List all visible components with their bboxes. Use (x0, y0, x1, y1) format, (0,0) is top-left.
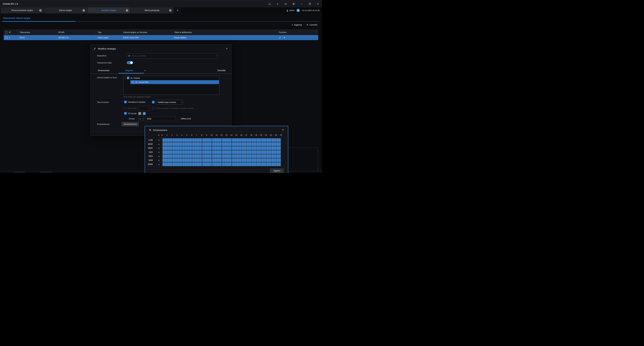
apply-button[interactable]: Applica (270, 168, 284, 173)
rule-tab-sconosciuta[interactable]: Sconosciuta (98, 69, 109, 72)
tab-riconoscimento-targhe[interactable]: Riconoscimento targhe ✕ (1, 8, 44, 14)
swap-day-icon[interactable]: ⇄ (158, 156, 160, 157)
close-window-icon[interactable]: ✕ (316, 2, 320, 6)
duration-channel-select[interactable]: 1 ▾ (138, 116, 144, 121)
bottom-cut-button[interactable] (40, 172, 51, 173)
schedule-day-strip[interactable] (162, 150, 281, 154)
swap-day-icon[interactable]: ⇄ (158, 151, 160, 153)
graphic-mode-checkbox[interactable] (152, 107, 154, 110)
schedule-day-row: MAR⇄ (145, 142, 288, 146)
rule-tab-regola1[interactable]: Regola1 (125, 69, 133, 72)
io-output-option: ✓ I/O Uscita (124, 112, 136, 114)
tab-close-icon[interactable]: ✕ (82, 9, 85, 12)
io-output-2-button[interactable]: 2 (143, 112, 146, 115)
schedule-day-strip[interactable] (162, 138, 281, 142)
row-checkbox[interactable] (5, 36, 8, 39)
dialog-header: ⚙ Schedulazione (145, 126, 288, 134)
column-header: Libreria targhe su Sunview (122, 30, 173, 35)
tree-node-default[interactable]: ▾ ✓ Default (125, 77, 140, 79)
schedule-day-strip[interactable] (162, 146, 281, 150)
validity-checkbox[interactable]: ✓ (152, 101, 154, 103)
io-checkbox[interactable]: ✓ (124, 112, 127, 114)
column-header: N° (9, 31, 11, 34)
camera-status: Regola abilitata (173, 35, 277, 40)
email-checkbox[interactable] (124, 107, 126, 110)
delete-x-icon[interactable]: ✕ (284, 36, 286, 39)
download-icon[interactable] (276, 2, 280, 6)
day-label: VEN (146, 155, 153, 158)
camera-name: Device (18, 35, 57, 40)
io-output-1-button[interactable]: 1 (138, 112, 141, 115)
modal-close-icon[interactable]: ✕ (226, 47, 228, 50)
notifications-bell-icon[interactable] (268, 2, 271, 6)
library-group-icon (130, 77, 132, 79)
select-all-checkbox[interactable] (5, 32, 8, 34)
swap-day-icon[interactable]: ⇄ (158, 164, 160, 165)
hour-label: 6 (191, 134, 192, 136)
minimize-icon[interactable]: — (300, 2, 304, 6)
settings-gear-icon[interactable]: ⚙ (292, 2, 296, 6)
tab-menu-principale[interactable]: Menù principale ✕ (130, 8, 174, 14)
table-row[interactable]: 1 Device 192.168.2.24 Lettura targhe Def… (4, 35, 318, 40)
schedule-day-strip[interactable] (162, 162, 281, 166)
tab-close-icon[interactable]: ✕ (39, 9, 42, 12)
new-tab-button[interactable]: + (174, 8, 181, 14)
camera-enable-toggle[interactable] (127, 61, 133, 64)
hour-label: 1 (166, 134, 168, 136)
show-result-checkbox[interactable]: ✓ (124, 101, 127, 103)
user-icon (286, 10, 288, 12)
edit-pencil-icon[interactable] (279, 36, 281, 39)
tab-elenco-targhe[interactable]: Elenco targhe ✕ (44, 8, 87, 14)
x-icon: ✕ (306, 24, 308, 26)
tree-node-veicoli-dse[interactable]: ✓ Veicoli DSE (132, 81, 148, 84)
tree-checkbox[interactable]: ✓ (132, 81, 134, 84)
hour-label: 18 (250, 134, 252, 136)
schedule-day-strip[interactable] (162, 154, 281, 158)
swap-day-icon[interactable]: ⇄ (158, 143, 160, 145)
bottom-cut-button[interactable] (14, 172, 24, 173)
day-label: GIO (146, 151, 153, 153)
tree-checkbox[interactable]: ✓ (127, 77, 129, 79)
camera-toggle-label: Telecamere lettur (97, 62, 112, 64)
hour-label: 10 (210, 134, 212, 136)
device-dropdown[interactable]: Device_CHN001 ▾ (127, 53, 218, 58)
rule-delete-button[interactable]: Cancella (217, 69, 226, 72)
delete-button[interactable]: ✕ Cancella (306, 24, 317, 26)
swap-day-icon[interactable]: ⇄ (158, 160, 160, 161)
app-window: IoVedo.RH 1.8 ⚙ — ✕ Riconoscimento targh… (0, 0, 322, 173)
validity-dropdown[interactable]: Validità targa scaduta ▾ (156, 100, 183, 104)
tab-close-icon[interactable]: ✕ (169, 9, 172, 12)
tree-expand-caret-icon[interactable]: ▾ (125, 77, 126, 79)
section-divider (76, 21, 319, 22)
schedule-button[interactable]: Schedulazione (122, 122, 139, 126)
hour-label: 17 (245, 134, 247, 136)
hour-label: 19 (255, 134, 257, 136)
notification-count-badge[interactable]: 59 (296, 9, 300, 12)
tab-close-icon[interactable]: ✕ (126, 9, 128, 12)
maximize-restore-icon[interactable] (308, 2, 312, 6)
swap-all-icon[interactable]: ⇄ (158, 134, 160, 136)
schedule-day-strip[interactable] (162, 142, 281, 146)
email-dropdown[interactable]: ▾ (138, 106, 150, 111)
add-rule-icon[interactable]: + (144, 69, 146, 72)
action-type-label: Tipo di azione (97, 101, 109, 103)
camera-icon (128, 55, 131, 57)
duration-input[interactable]: 5000 (145, 116, 176, 121)
swap-day-icon[interactable]: ⇄ (158, 139, 160, 141)
camera-type: Lettura targhe (96, 35, 122, 40)
day-label: DOM (146, 163, 153, 166)
chevron-down-icon: ▾ (181, 101, 182, 103)
hour-label: 20 (260, 134, 262, 136)
dialog-close-icon[interactable]: ✕ (282, 128, 284, 131)
day-label: SAB (146, 159, 153, 162)
tab-gestione-targhe[interactable]: Gestione targhe ✕ (87, 8, 130, 14)
current-user: admin (286, 10, 294, 12)
schedule-day-strip[interactable] (162, 158, 281, 162)
add-button[interactable]: + Aggiungi (292, 24, 302, 26)
hamburger-menu-icon[interactable] (284, 2, 288, 6)
datetime: 12-12-2025 16:11:25 (302, 10, 320, 12)
hour-label: 2 (172, 134, 172, 136)
swap-day-icon[interactable]: ⇄ (158, 147, 160, 149)
gear-icon: ⚙ (149, 128, 151, 132)
hour-label: 13 (226, 134, 228, 136)
